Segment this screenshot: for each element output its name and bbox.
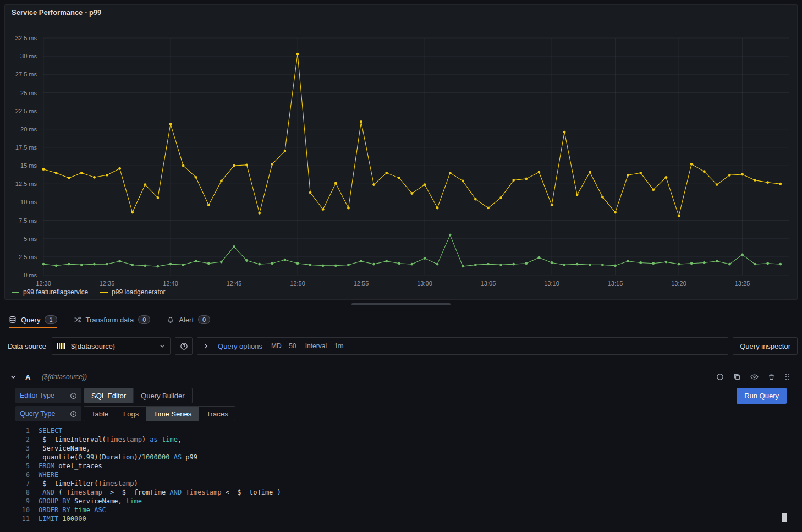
chevron-right-icon [203, 343, 209, 349]
svg-text:13:20: 13:20 [671, 280, 686, 287]
code-text: ServiceName, [39, 444, 90, 453]
query-actions [716, 373, 790, 381]
query-type-option-traces[interactable]: Traces [199, 407, 235, 421]
svg-text:30 ms: 30 ms [20, 53, 37, 59]
panel-title[interactable]: Service Performance - p99 [5, 5, 797, 20]
sql-editor[interactable]: 1SELECT2 $__timeInterval(Timestamp) as t… [4, 424, 798, 532]
editor-type-option-sql-editor[interactable]: SQL Editor [84, 388, 134, 403]
tab-query[interactable]: Query1 [9, 311, 57, 328]
query-type-option-time-series[interactable]: Time Series [146, 407, 199, 421]
query-toolbar: Data source ${datasource} Query options … [4, 337, 798, 355]
code-text: SELECT [39, 426, 62, 435]
code-line[interactable]: 4 quantile(0.99)(Duration)/1000000 AS p9… [4, 453, 798, 462]
drag-handle-icon[interactable] [784, 373, 790, 381]
svg-text:13:15: 13:15 [608, 280, 623, 287]
svg-text:12:30: 12:30 [36, 280, 51, 287]
query-options-label[interactable]: Query options [218, 342, 262, 350]
timeseries-chart[interactable]: 0 ms2.5 ms5 ms7.5 ms10 ms12.5 ms15 ms17.… [5, 20, 797, 294]
tab-alert[interactable]: Alert0 [167, 311, 210, 328]
svg-text:12:35: 12:35 [100, 280, 115, 287]
datasource-picker[interactable]: ${datasource} [52, 337, 171, 355]
datasource-label: Data source [8, 342, 46, 350]
tabs-bar: Query1Transform data0Alert0 [9, 311, 210, 328]
datasource-value: ${datasource} [71, 342, 155, 350]
editor-type-label: Editor Type [15, 388, 81, 403]
line-number: 7 [4, 479, 39, 488]
database-icon [9, 316, 17, 323]
legend-item-p99-loadgenerator[interactable]: p99 loadgenerator [100, 288, 165, 296]
code-line[interactable]: 2 $__timeInterval(Timestamp) as time, [4, 435, 798, 444]
line-number: 5 [4, 462, 39, 470]
query-type-label-text: Query Type [20, 410, 55, 418]
legend-item-p99-featureflagservice[interactable]: p99 featureflagservice [12, 288, 88, 296]
run-query-button[interactable]: Run Query [737, 388, 787, 404]
editor-type-option-query-builder[interactable]: Query Builder [134, 388, 191, 403]
code-line[interactable]: 6WHERE [4, 470, 798, 479]
panel-resize-handle[interactable] [351, 303, 451, 305]
svg-text:17.5 ms: 17.5 ms [15, 144, 37, 151]
legend-swatch [12, 292, 19, 293]
code-line[interactable]: 3 ServiceName, [4, 444, 798, 453]
legend-swatch [100, 292, 108, 293]
sql-code-lines: 1SELECT2 $__timeInterval(Timestamp) as t… [4, 426, 798, 523]
svg-text:15 ms: 15 ms [20, 162, 37, 169]
tab-count-badge: 0 [198, 315, 210, 324]
grafana-panel-edit-page: Service Performance - p99 0 ms2.5 ms5 ms… [0, 0, 802, 532]
bell-icon [167, 316, 174, 323]
svg-text:13:10: 13:10 [544, 280, 559, 287]
code-text: quantile(0.99)(Duration)/1000000 AS p99 [39, 453, 197, 462]
code-text: FROM otel_traces [39, 462, 102, 470]
query-datasource-hint: (${datasource}) [42, 373, 87, 381]
chart-legend: p99 featureflagservicep99 loadgenerator [12, 287, 166, 297]
code-text: LIMIT 100000 [39, 514, 86, 523]
query-options-md: MD = 50 [271, 342, 296, 350]
svg-text:7.5 ms: 7.5 ms [19, 217, 37, 224]
editor-cursor-marker [782, 513, 787, 522]
disable-icon[interactable] [716, 373, 724, 381]
query-options-bar[interactable]: Query options MD = 50 Interval = 1m [197, 337, 728, 355]
info-icon[interactable] [70, 410, 77, 418]
svg-text:20 ms: 20 ms [20, 126, 37, 133]
query-type-group: TableLogsTime SeriesTraces [84, 406, 235, 421]
info-icon[interactable] [70, 392, 77, 399]
eye-icon[interactable] [750, 374, 759, 380]
query-row-header: A (${datasource}) [4, 369, 798, 385]
svg-text:12:55: 12:55 [354, 280, 369, 287]
line-number: 3 [4, 444, 39, 453]
query-inspector-button[interactable]: Query inspector [733, 337, 798, 355]
query-ref-id[interactable]: A [25, 373, 31, 381]
svg-text:13:00: 13:00 [417, 280, 432, 287]
query-options-interval: Interval = 1m [305, 342, 344, 350]
legend-label: p99 featureflagservice [23, 288, 88, 296]
svg-text:5 ms: 5 ms [24, 235, 37, 242]
svg-text:12.5 ms: 12.5 ms [15, 180, 37, 187]
code-text: WHERE [39, 470, 58, 479]
code-text: AND ( Timestamp >= $__fromTime AND Times… [39, 488, 281, 497]
code-text: $__timeInterval(Timestamp) as time, [39, 435, 182, 444]
svg-text:0 ms: 0 ms [24, 272, 37, 278]
svg-text:13:05: 13:05 [481, 280, 496, 287]
line-number: 10 [4, 506, 39, 514]
svg-text:32.5 ms: 32.5 ms [15, 35, 37, 41]
query-type-option-table[interactable]: Table [84, 407, 116, 421]
code-line[interactable]: 10ORDER BY time ASC [4, 506, 798, 514]
code-line[interactable]: 5FROM otel_traces [4, 462, 798, 470]
tab-transform-data[interactable]: Transform data0 [74, 311, 151, 328]
code-text: ORDER BY time ASC [39, 506, 106, 514]
code-line[interactable]: 7 $__timeFilter(Timestamp) [4, 479, 798, 488]
collapse-chevron-icon[interactable] [10, 374, 17, 380]
copy-icon[interactable] [733, 373, 741, 381]
query-type-row: Query Type TableLogsTime SeriesTraces [15, 406, 235, 421]
line-number: 8 [4, 488, 39, 497]
query-type-option-logs[interactable]: Logs [116, 407, 146, 421]
chevron-down-icon [159, 343, 166, 349]
code-line[interactable]: 1SELECT [4, 426, 798, 435]
svg-text:12:50: 12:50 [290, 280, 305, 287]
code-line[interactable]: 11LIMIT 100000 [4, 514, 798, 523]
code-line[interactable]: 8 AND ( Timestamp >= $__fromTime AND Tim… [4, 488, 798, 497]
code-line[interactable]: 9GROUP BY ServiceName, time [4, 497, 798, 506]
tab-label: Query [21, 316, 40, 324]
datasource-help-button[interactable] [175, 337, 193, 355]
editor-type-label-text: Editor Type [20, 392, 54, 399]
trash-icon[interactable] [768, 373, 775, 381]
